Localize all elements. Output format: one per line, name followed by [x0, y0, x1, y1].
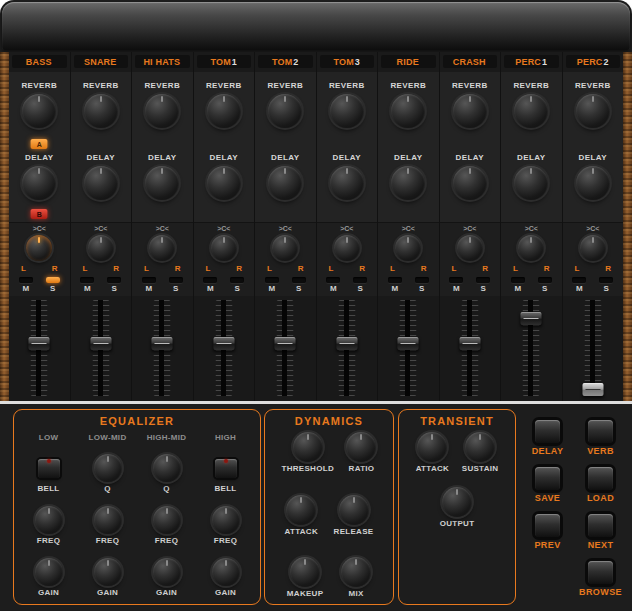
reverb-knob[interactable]: [268, 94, 302, 128]
pan-knob[interactable]: [334, 235, 360, 261]
fader-cap[interactable]: [90, 337, 111, 350]
mute-button[interactable]: [388, 277, 402, 283]
delay-knob[interactable]: [207, 166, 241, 200]
eq-knob[interactable]: [212, 506, 240, 534]
mute-button[interactable]: [80, 277, 94, 283]
badge-b[interactable]: B: [31, 209, 48, 219]
volume-fader[interactable]: [154, 300, 171, 396]
mute-button[interactable]: [203, 277, 217, 283]
mute-button[interactable]: [449, 277, 463, 283]
reverb-knob[interactable]: [514, 94, 548, 128]
reverb-knob[interactable]: [22, 94, 56, 128]
browse-button[interactable]: [588, 561, 613, 584]
fader-cap[interactable]: [275, 337, 296, 350]
delay-knob[interactable]: [268, 166, 302, 200]
pan-knob[interactable]: [518, 235, 544, 261]
save-button[interactable]: [535, 467, 560, 490]
volume-fader[interactable]: [92, 300, 109, 396]
solo-button[interactable]: [230, 277, 244, 283]
mute-button[interactable]: [511, 277, 525, 283]
mute-button[interactable]: [265, 277, 279, 283]
pan-knob[interactable]: [457, 235, 483, 261]
volume-fader[interactable]: [584, 300, 601, 396]
reverb-knob[interactable]: [330, 94, 364, 128]
fader-cap[interactable]: [29, 337, 50, 350]
reverb-knob[interactable]: [207, 94, 241, 128]
dynamics-knob[interactable]: [290, 557, 320, 587]
volume-fader[interactable]: [31, 300, 48, 396]
fader-cap[interactable]: [582, 383, 603, 396]
verb-button[interactable]: [588, 420, 613, 443]
delay-knob[interactable]: [514, 166, 548, 200]
delay-knob[interactable]: [145, 166, 179, 200]
volume-fader[interactable]: [215, 300, 232, 396]
delay-knob[interactable]: [330, 166, 364, 200]
mute-button[interactable]: [572, 277, 586, 283]
dynamics-knob[interactable]: [286, 495, 316, 525]
pan-knob[interactable]: [26, 235, 52, 261]
eq-knob[interactable]: [35, 506, 63, 534]
mute-button[interactable]: [19, 277, 33, 283]
pan-knob[interactable]: [395, 235, 421, 261]
pan-knob[interactable]: [580, 235, 606, 261]
eq-knob[interactable]: [94, 506, 122, 534]
solo-button[interactable]: [415, 277, 429, 283]
delay-knob[interactable]: [84, 166, 118, 200]
fader-cap[interactable]: [336, 337, 357, 350]
solo-button[interactable]: [107, 277, 121, 283]
eq-knob[interactable]: [153, 506, 181, 534]
dynamics-knob[interactable]: [293, 432, 323, 462]
fader-cap[interactable]: [459, 337, 480, 350]
eq-knob[interactable]: [153, 454, 181, 482]
eq-knob[interactable]: [35, 558, 63, 586]
badge-a[interactable]: A: [31, 139, 48, 149]
volume-fader[interactable]: [277, 300, 294, 396]
volume-fader[interactable]: [338, 300, 355, 396]
load-button[interactable]: [588, 467, 613, 490]
next-button[interactable]: [588, 514, 613, 537]
solo-button[interactable]: [476, 277, 490, 283]
mute-button[interactable]: [142, 277, 156, 283]
solo-button[interactable]: [169, 277, 183, 283]
delay-knob[interactable]: [391, 166, 425, 200]
volume-fader[interactable]: [400, 300, 417, 396]
reverb-knob[interactable]: [576, 94, 610, 128]
reverb-knob[interactable]: [453, 94, 487, 128]
pan-knob[interactable]: [88, 235, 114, 261]
solo-button[interactable]: [599, 277, 613, 283]
eq-slot: Q: [153, 452, 181, 497]
reverb-knob[interactable]: [391, 94, 425, 128]
eq-knob[interactable]: [212, 558, 240, 586]
fader-cap[interactable]: [398, 337, 419, 350]
delay-knob[interactable]: [576, 166, 610, 200]
transient-knob[interactable]: [417, 432, 447, 462]
fader-cap[interactable]: [521, 312, 542, 325]
reverb-knob[interactable]: [145, 94, 179, 128]
volume-fader[interactable]: [523, 300, 540, 396]
eq-knob[interactable]: [94, 558, 122, 586]
dynamics-knob[interactable]: [341, 557, 371, 587]
transient-knob[interactable]: [465, 432, 495, 462]
pan-knob[interactable]: [211, 235, 237, 261]
fader-cap[interactable]: [213, 337, 234, 350]
pan-knob[interactable]: [272, 235, 298, 261]
solo-button[interactable]: [46, 277, 60, 283]
solo-button[interactable]: [353, 277, 367, 283]
reverb-knob[interactable]: [84, 94, 118, 128]
eq-knob[interactable]: [94, 454, 122, 482]
mute-button[interactable]: [326, 277, 340, 283]
delay-button[interactable]: [535, 420, 560, 443]
transient-knob[interactable]: [442, 487, 472, 517]
dynamics-knob[interactable]: [339, 495, 369, 525]
solo-button[interactable]: [538, 277, 552, 283]
fader-cap[interactable]: [152, 337, 173, 350]
channel-name: CRASH: [443, 55, 498, 68]
pan-knob[interactable]: [149, 235, 175, 261]
delay-knob[interactable]: [22, 166, 56, 200]
volume-fader[interactable]: [461, 300, 478, 396]
eq-knob[interactable]: [153, 558, 181, 586]
delay-knob[interactable]: [453, 166, 487, 200]
solo-button[interactable]: [292, 277, 306, 283]
prev-button[interactable]: [535, 514, 560, 537]
dynamics-knob[interactable]: [346, 432, 376, 462]
